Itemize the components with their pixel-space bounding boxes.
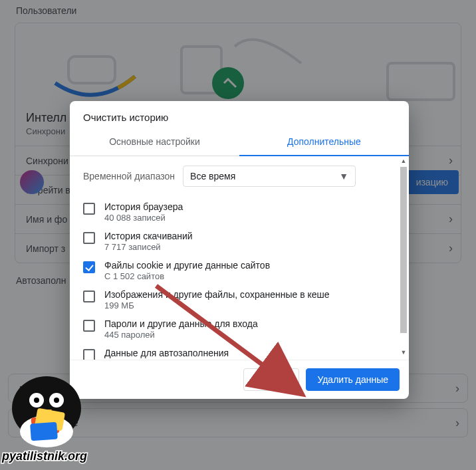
option-title: Данные для автозаполнения [104,348,229,358]
option-title: Изображения и другие файлы, сохраненные … [104,289,330,300]
time-range-select[interactable]: Все время ▼ [183,166,356,187]
svg-text:pyatilistnik.org: pyatilistnik.org [1,449,87,463]
option-subtitle: 445 паролей [104,330,258,340]
time-range-value: Все время [190,171,235,181]
dialog-title: Очистить историю [70,101,409,130]
option-title: История браузера [104,201,183,212]
watermark-logo: pyatilistnik.org [0,368,100,465]
scroll-up-icon[interactable]: ▲ [400,158,408,167]
dialog-tabs: Основные настройки Дополнительные [70,130,409,156]
checkbox-3[interactable] [83,291,95,302]
svg-rect-14 [30,422,58,441]
option-5[interactable]: Данные для автозаполнения [83,344,409,360]
option-title: Файлы cookie и другие данные сайтов [104,260,270,271]
dropdown-icon: ▼ [339,171,348,181]
cancel-button[interactable]: Отмена [243,368,299,391]
option-3[interactable]: Изображения и другие файлы, сохраненные … [83,285,409,314]
checkbox-2[interactable] [83,261,95,273]
option-subtitle: С 1 502 сайтов [104,271,270,281]
svg-point-10 [54,398,59,403]
tab-basic[interactable]: Основные настройки [70,130,239,156]
time-range-label: Временной диапазон [83,171,175,181]
option-subtitle: 7 717 записей [104,242,193,252]
scroll-down-icon[interactable]: ▼ [400,349,408,358]
option-title: История скачиваний [104,231,193,241]
checkbox-4[interactable] [83,320,95,332]
tab-advanced[interactable]: Дополнительные [239,130,409,156]
scrollbar[interactable]: ▲ ▼ [400,158,408,358]
clear-history-dialog: Очистить историю Основные настройки Допо… [70,101,409,399]
scroll-thumb[interactable] [400,167,407,333]
option-4[interactable]: Пароли и другие данные для входа445 паро… [83,314,409,344]
option-subtitle: 40 088 записей [104,213,183,223]
option-2[interactable]: Файлы cookie и другие данные сайтовС 1 5… [83,256,409,285]
clear-data-button[interactable]: Удалить данные [306,368,400,391]
checkbox-5[interactable] [83,349,95,360]
svg-point-9 [34,398,39,403]
checkbox-1[interactable] [83,232,95,244]
checkbox-0[interactable] [83,203,95,215]
option-title: Пароли и другие данные для входа [104,318,258,329]
option-1[interactable]: История скачиваний7 717 записей [83,227,409,256]
option-0[interactable]: История браузера40 088 записей [83,197,409,227]
option-subtitle: 199 МБ [104,300,330,310]
